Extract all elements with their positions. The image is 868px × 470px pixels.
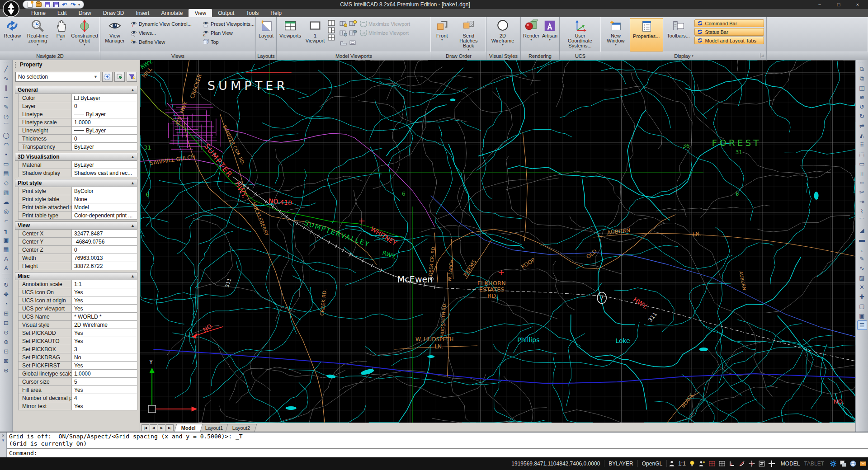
hatch-pattern-icon[interactable]: ▤ (1, 169, 11, 178)
polar-tracking-icon[interactable] (737, 459, 746, 468)
mirror-3d-icon[interactable]: ◭ (857, 131, 867, 140)
quick-select-button[interactable] (114, 72, 125, 82)
edit-hatch-icon[interactable]: ▨ (857, 273, 867, 282)
tab-scroll-button[interactable]: |◀ (142, 424, 149, 431)
viewport-unlock-icon[interactable] (340, 29, 347, 36)
tablet-toggle[interactable]: TABLET (804, 461, 828, 467)
viewport-split-three-icon[interactable] (328, 27, 335, 33)
fillet-icon[interactable]: ◟ (857, 244, 867, 254)
property-value[interactable]: Yes (72, 296, 137, 304)
boundary-hatch-icon[interactable]: ▧ (1, 188, 11, 197)
line-icon[interactable]: ╱ (1, 64, 11, 74)
toolbar-grip[interactable]: ⋅⋅⋅⋅ (859, 61, 866, 64)
filter-button[interactable] (127, 72, 137, 82)
property-value[interactable]: 0 (72, 246, 137, 254)
polyline-icon[interactable]: ∿ (1, 74, 11, 83)
align-icon[interactable]: ≋ (857, 93, 867, 102)
property-value[interactable]: Yes (72, 337, 137, 345)
undo-icon[interactable]: ↶ (61, 1, 68, 8)
dynamic-view-control-button[interactable]: Dynamic View Control... (129, 19, 200, 28)
property-value[interactable]: Yes (72, 329, 137, 337)
esnap-icon[interactable] (757, 459, 766, 468)
mirror-icon[interactable]: ⇌ (857, 121, 867, 131)
section-header-view[interactable]: View▲ (15, 221, 137, 230)
zoom-extents-icon[interactable]: ⊠ (1, 356, 11, 366)
menu-tab-draw[interactable]: Draw (73, 9, 97, 17)
save-as-icon[interactable] (52, 1, 59, 8)
property-value[interactable]: Yes (72, 402, 137, 410)
drawing-canvas[interactable]: SUMPTERCRACKERHILLHWY.410RWY.SAWMILL GUL… (140, 60, 855, 423)
front-button[interactable]: Front▾ (433, 18, 452, 52)
viewport-split-two-icon[interactable] (328, 19, 335, 26)
stretch-icon[interactable]: ▯ (857, 169, 867, 178)
extend-icon[interactable]: ⇥ (857, 197, 867, 207)
view-manager-button[interactable]: View Manager (102, 18, 128, 52)
ortho-toggle-icon[interactable] (727, 459, 736, 468)
menu-tab-output[interactable]: Output (212, 9, 240, 17)
zoom-window-icon[interactable]: ⊞ (1, 309, 11, 318)
toggle-status-bar[interactable]: Status Bar (694, 28, 764, 36)
globe-icon[interactable] (849, 459, 858, 468)
settings-gear-icon[interactable] (829, 459, 838, 468)
viewport-light-icon[interactable] (349, 20, 357, 27)
measure-icon[interactable]: ▬ (857, 235, 867, 244)
toolbar-grip[interactable]: ⋅⋅⋅⋅ (3, 61, 10, 64)
viewport-single-icon[interactable] (349, 39, 357, 46)
maximize-viewport-button[interactable]: Maximize Viewport (359, 19, 416, 28)
property-value[interactable]: ByLayer (72, 110, 137, 118)
selection-dropdown[interactable]: No selection ▼ (15, 72, 100, 82)
array-icon[interactable]: ⠿ (857, 140, 867, 150)
text-icon[interactable]: A (1, 254, 11, 263)
property-value[interactable]: 38872.6722 (72, 262, 137, 270)
top-button[interactable]: Top (201, 38, 254, 46)
ucs-button[interactable]: User Coordinate Systems...▾ (561, 18, 599, 52)
visual-style-button[interactable]: 2D Wireframe▾ (488, 18, 518, 52)
model-space-toggle[interactable]: MODEL (777, 461, 804, 467)
property-value[interactable]: ByLayer (72, 143, 137, 150)
elbow-icon[interactable]: ┓ (1, 226, 11, 235)
toggle-command-bar[interactable]: Command Bar (694, 19, 764, 27)
region-icon[interactable]: ▣ (1, 235, 11, 244)
close-button[interactable]: × (848, 0, 867, 9)
pan-button[interactable]: Pan▾ (52, 18, 70, 52)
property-value[interactable]: None (72, 195, 137, 203)
redraw-button[interactable]: Redraw▾ (1, 18, 23, 52)
freehand-sketch-icon[interactable]: ✎ (1, 102, 11, 112)
leader-icon[interactable]: ⌐ (1, 216, 11, 226)
define-view-button[interactable]: Define View (129, 38, 200, 46)
property-value[interactable]: Shadows cast and rec... (72, 169, 137, 177)
plan-view-button[interactable]: Plan View (201, 28, 254, 37)
zoom-in-icon[interactable]: ⊕ (1, 337, 11, 347)
overkill-icon[interactable]: ▣ (857, 311, 867, 320)
annotation-visibility-icon[interactable] (688, 459, 697, 468)
donut-icon[interactable]: ◎ (1, 207, 11, 216)
toggle-model-and-layout-tabs[interactable]: Model and Layout Tabs (694, 37, 764, 44)
property-value[interactable]: Color-dependent print ... (72, 212, 137, 219)
menu-tab-home[interactable]: Home (25, 9, 52, 17)
viewport-split-four-icon[interactable] (328, 34, 335, 41)
section-header-misc[interactable]: Misc▲ (15, 272, 137, 280)
autoscale-icon[interactable] (698, 459, 707, 468)
property-value[interactable]: 1:1 (72, 280, 137, 288)
minimize-button[interactable]: − (810, 0, 829, 9)
property-value[interactable]: Yes (72, 362, 137, 369)
one-viewport-button[interactable]: 1 Viewport (303, 18, 327, 52)
grid-toggle-icon[interactable] (717, 459, 726, 468)
new-icon[interactable] (27, 1, 33, 8)
chamfer-icon[interactable]: ◢ (857, 226, 867, 235)
property-value[interactable]: 1.0000 (72, 370, 137, 377)
erase-add-icon[interactable]: ✚ (857, 292, 867, 301)
rotate-3d-icon[interactable]: ↻ (857, 112, 867, 121)
lengthen-icon[interactable]: ┅ (857, 178, 867, 188)
command-history[interactable]: Grid is off: ON/Snap/Aspect/<Grid spacin… (7, 432, 868, 449)
menu-tab-tools[interactable]: Tools (240, 9, 264, 17)
circle-icon[interactable]: ◷ (1, 112, 11, 121)
explode-icon[interactable]: ▢ (857, 301, 867, 311)
arc-icon[interactable]: ⌒ (1, 121, 11, 131)
section-header-general[interactable]: General▲ (15, 86, 137, 94)
viewport-shade-icon[interactable] (349, 29, 357, 36)
rectangle-icon[interactable]: ▭ (1, 159, 11, 169)
property-value[interactable]: * WORLD * (72, 313, 137, 320)
property-value[interactable]: 2D Wireframe (72, 321, 137, 329)
menu-tab-draw-3d[interactable]: Draw 3D (97, 9, 130, 17)
